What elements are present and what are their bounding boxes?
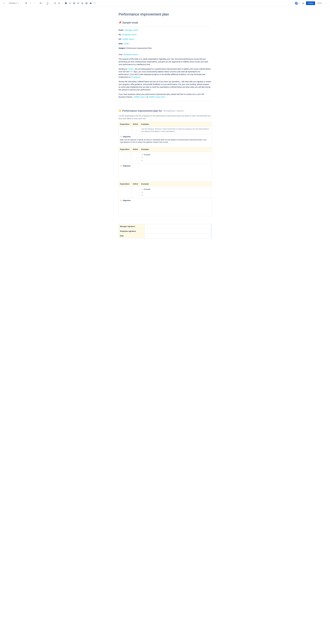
heading-text: Sample email (122, 21, 138, 24)
divider (38, 2, 38, 4)
greeting-suffix: , (138, 54, 139, 56)
p4-hrbp: <HRBP name> (133, 96, 146, 98)
th-examples: Examples (140, 182, 211, 186)
email-from: From: <Manager name> (119, 29, 211, 32)
objective-text: Objective: (123, 136, 131, 138)
pip-intro: List the expectations that the employee … (119, 114, 211, 120)
text-style-label: Heading 2 (9, 2, 17, 4)
from-label: From: (119, 29, 124, 31)
table-button[interactable] (85, 2, 88, 5)
svg-point-1 (54, 3, 54, 3)
subject-value: Performance Improvement Plan (126, 47, 152, 49)
layout-button[interactable] (89, 2, 92, 5)
p2-text: Starting on (119, 68, 128, 70)
list-item (144, 160, 210, 162)
avatar[interactable]: CK c (295, 2, 298, 5)
align-button[interactable]: ▼ (39, 2, 43, 5)
to-value: <Employee name> (122, 34, 137, 36)
objective-cell[interactable]: 🔅 Objective: (119, 164, 211, 182)
signature-table[interactable]: Manager signature Employee signature Dat… (119, 224, 211, 238)
p2-company: <Company> (131, 76, 141, 78)
cell-expectation[interactable] (119, 126, 132, 134)
cell-expectation[interactable] (119, 152, 132, 164)
publish-button[interactable]: Publish (306, 2, 315, 5)
sample-email-heading: 📌 Sample email (119, 21, 211, 24)
app-logo[interactable] (2, 2, 6, 5)
svg-point-9 (82, 2, 83, 4)
svg-text:3: 3 (58, 3, 58, 4)
email-greeting: Dear <Employee name>, (119, 53, 211, 56)
list-item (144, 194, 210, 197)
objective-text: Objective: (123, 199, 131, 202)
subject-label: Subject: (119, 47, 126, 49)
restrictions-button[interactable] (301, 2, 305, 5)
action-item-button[interactable] (64, 2, 68, 5)
table-row: Employee signature (119, 229, 211, 234)
objective-row: 🔅 Objective: Make sure the objective is … (119, 134, 211, 147)
cell-deficit[interactable] (132, 152, 140, 164)
sbi-text: Use the Situation, Behavior, Impact fram… (141, 128, 209, 132)
text-style-select[interactable]: Heading 2 ▼ (8, 1, 20, 5)
more-actions-button[interactable]: ··· (324, 2, 328, 5)
svg-rect-14 (91, 2, 91, 4)
table-row: Example (119, 186, 211, 198)
list-item: Example (144, 154, 210, 156)
divider (51, 2, 52, 4)
sig-manager-cell[interactable] (145, 224, 211, 229)
objective-cell[interactable]: 🔅 Objective: (119, 198, 211, 216)
objective-text: Objective: (123, 164, 131, 167)
cell-examples[interactable]: Example (140, 152, 211, 164)
email-subject: Subject: Performance Improvement Plan (119, 47, 211, 50)
sig-date-cell[interactable] (145, 234, 211, 238)
chevron-down-icon: ▼ (18, 2, 19, 4)
sig-date-label: Date (119, 234, 145, 238)
p2-date: <Date> (128, 68, 134, 70)
more-format-button[interactable]: ··· (33, 2, 36, 5)
bullet-list-button[interactable] (53, 2, 57, 5)
email-p2: Starting on <Date>, you are being placed… (119, 68, 211, 78)
objective-cell[interactable]: 🔅 Objective: Make sure the objective is … (119, 134, 211, 147)
document-body[interactable]: Performance improvement plan 📌 Sample em… (116, 6, 214, 245)
cell-examples[interactable]: Example (140, 186, 211, 198)
cell-expectation[interactable] (119, 186, 132, 198)
th-deficit: Deficit (132, 147, 140, 152)
sun-outline-icon: 🔅 (120, 136, 122, 138)
link-button[interactable] (68, 2, 72, 5)
p4-text: , at (146, 96, 148, 98)
objective-label: 🔅 Objective: (120, 199, 210, 202)
th-expectation: Expectation (119, 147, 132, 152)
italic-button[interactable]: I (28, 2, 32, 5)
cell-deficit[interactable] (132, 186, 140, 198)
from-value: <Manager name> (124, 29, 139, 31)
image-button[interactable] (72, 2, 76, 5)
svg-point-0 (54, 2, 54, 3)
list-item (144, 156, 210, 159)
close-button[interactable]: Close (316, 1, 323, 5)
cell-examples[interactable]: Use the Situation, Behavior, Impact fram… (140, 126, 211, 134)
expectations-table-1[interactable]: Expectation Deficit Examples Use the Sit… (119, 122, 211, 216)
svg-point-2 (54, 4, 54, 4)
objective-label: 🔅 Objective: (120, 136, 210, 138)
list-item: Example (144, 188, 210, 190)
to-label: To: (119, 34, 121, 36)
p2-text: . (141, 76, 141, 78)
sig-manager-label: Manager signature (119, 224, 145, 229)
examples-list: Example (141, 188, 210, 197)
mention-button[interactable]: @ (76, 2, 80, 5)
email-cc: CC: <HRBP name> (119, 38, 211, 40)
color-button[interactable]: A▼ (46, 2, 50, 5)
sig-employee-cell[interactable] (145, 229, 211, 234)
objective-label: 🔅 Objective: (120, 164, 210, 167)
email-p4: If you have questions about your perform… (119, 93, 211, 98)
insert-button[interactable]: +▼ (93, 2, 97, 5)
toolbar-left: Heading 2 ▼ B I ··· ▼ A▼ 123 @ (2, 1, 294, 5)
table-row: Manager signature (119, 224, 211, 229)
toolbar: Heading 2 ▼ B I ··· ▼ A▼ 123 @ (0, 0, 330, 6)
number-list-button[interactable]: 123 (57, 2, 61, 5)
email-to: To: <Employee name> (119, 33, 211, 36)
cell-deficit[interactable] (132, 126, 140, 134)
emoji-button[interactable] (81, 2, 84, 5)
th-deficit: Deficit (132, 122, 140, 127)
objective-desc: Make sure the objective is specific and … (120, 139, 210, 143)
bold-button[interactable]: B (24, 2, 28, 5)
